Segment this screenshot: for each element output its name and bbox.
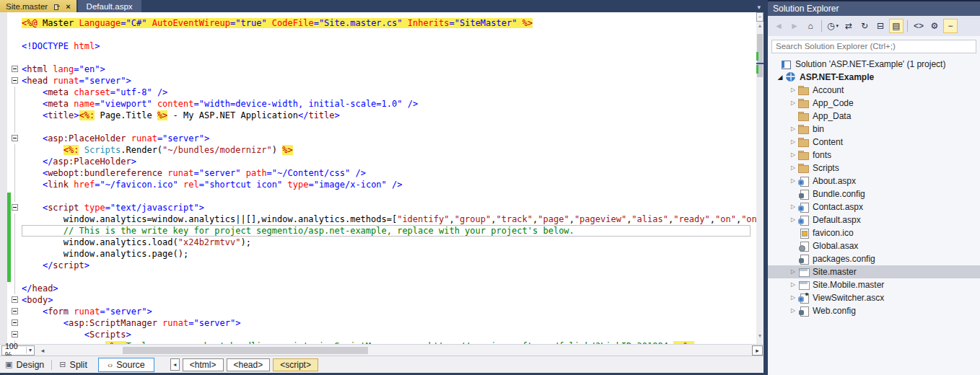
view-code-icon[interactable]: <> bbox=[911, 19, 926, 33]
code-line-21[interactable]: window.analytics.page(); bbox=[22, 248, 751, 260]
horizontal-scrollbar-thumb[interactable] bbox=[123, 347, 368, 354]
code-line-10[interactable] bbox=[22, 121, 751, 133]
tree-item-default.aspx[interactable]: ▷Default.aspx bbox=[768, 213, 980, 226]
tree-item-app-code[interactable]: ▷App_Code bbox=[768, 97, 980, 110]
collapse-arrow-icon[interactable]: ◢ bbox=[775, 74, 785, 81]
code-line-22[interactable]: </script> bbox=[22, 260, 751, 271]
collapse-all-icon[interactable]: ⊟ bbox=[873, 19, 888, 33]
fold-collapse-icon[interactable] bbox=[12, 77, 18, 84]
tag-breadcrumb-html[interactable]: <html> bbox=[183, 358, 224, 371]
code-line-8[interactable]: <meta name="viewport" content="width=dev… bbox=[22, 98, 751, 110]
scroll-left-icon[interactable]: ◂ bbox=[38, 347, 48, 354]
code-lines[interactable]: <%@ Master Language="C#" AutoEventWireup… bbox=[22, 17, 751, 344]
fold-collapse-icon[interactable] bbox=[12, 319, 18, 326]
tree-item-bin[interactable]: ▷bin bbox=[768, 123, 980, 136]
code-line-14[interactable]: <webopt:bundlereference runat="server" p… bbox=[22, 167, 751, 179]
vertical-scrollbar[interactable]: ÷ ▴ ▾ bbox=[756, 12, 764, 344]
tree-item-fonts[interactable]: ▷fonts bbox=[768, 149, 980, 162]
tree-item-account[interactable]: ▷Account bbox=[768, 84, 980, 97]
fold-collapse-icon[interactable] bbox=[12, 66, 18, 72]
code-line-4[interactable] bbox=[22, 52, 751, 63]
code-line-11[interactable]: <asp:PlaceHolder runat="server"> bbox=[22, 133, 751, 144]
code-line-9[interactable]: <title><%: Page.Title %> - My ASP.NET Ap… bbox=[22, 110, 751, 121]
fold-collapse-icon[interactable] bbox=[12, 135, 18, 141]
refresh-icon[interactable]: ↻ bbox=[857, 19, 872, 33]
scroll-up-icon[interactable]: ▴ bbox=[756, 22, 764, 29]
expand-arrow-icon[interactable]: ▷ bbox=[788, 203, 798, 210]
preview-selected-items-icon[interactable]: − bbox=[943, 19, 958, 33]
expand-arrow-icon[interactable]: ▷ bbox=[788, 281, 798, 288]
tree-item-favicon.ico[interactable]: favicon.ico bbox=[768, 226, 980, 239]
sync-with-active-document-icon[interactable]: ⇄ bbox=[841, 19, 856, 33]
zoom-level-dropdown[interactable]: 100 % ▾ bbox=[1, 345, 35, 356]
code-line-20[interactable]: window.analytics.load("x24b2rmtvv"); bbox=[22, 237, 751, 248]
code-line-13[interactable]: </asp:PlaceHolder> bbox=[22, 156, 751, 167]
code-line-12[interactable]: <%: Scripts.Render("~/bundles/modernizr"… bbox=[22, 144, 751, 156]
tree-item-viewswitcher.ascx[interactable]: ▷ViewSwitcher.ascx bbox=[768, 291, 980, 304]
code-line-1[interactable]: <%@ Master Language="C#" AutoEventWireup… bbox=[22, 17, 751, 29]
expand-arrow-icon[interactable]: ▷ bbox=[788, 294, 798, 301]
code-line-2[interactable] bbox=[22, 29, 751, 40]
properties-icon[interactable]: ⚙ bbox=[927, 19, 942, 33]
tag-navigator-back-icon[interactable]: ◂ bbox=[170, 358, 180, 371]
tag-breadcrumb-head[interactable]: <head> bbox=[227, 358, 271, 371]
forward-icon[interactable]: ► bbox=[787, 19, 802, 33]
back-icon[interactable]: ◄ bbox=[771, 19, 786, 33]
scroll-down-icon[interactable]: ▾ bbox=[756, 332, 764, 339]
split-view-button[interactable]: ⊟ Split bbox=[54, 358, 92, 371]
tree-item-solution-asp.net-example-1-project-[interactable]: Solution 'ASP.NET-Example' (1 project) bbox=[768, 58, 980, 71]
tab-list-dropdown-icon[interactable]: ▾ bbox=[757, 4, 761, 11]
code-line-17[interactable]: <script type="text/javascript"> bbox=[22, 202, 751, 213]
expand-arrow-icon[interactable]: ▷ bbox=[788, 307, 798, 314]
tree-item-bundle.config[interactable]: Bundle.config bbox=[768, 188, 980, 200]
tree-item-site.mobile.master[interactable]: ▷Site.Mobile.master bbox=[768, 278, 980, 291]
tree-item-contact.aspx[interactable]: ▷Contact.aspx bbox=[768, 200, 980, 213]
code-line-15[interactable]: <link href="~/favicon.ico" rel="shortcut… bbox=[22, 179, 751, 190]
code-line-27[interactable]: <asp:ScriptManager runat="server"> bbox=[22, 317, 751, 329]
split-editor-handle[interactable]: ÷ bbox=[756, 12, 764, 22]
code-line-19[interactable]: // This is the write key for project seg… bbox=[22, 225, 751, 237]
expand-arrow-icon[interactable]: ▷ bbox=[788, 87, 798, 93]
document-tab-site.master[interactable]: Site.master× bbox=[0, 0, 76, 12]
tree-item-site.master[interactable]: ▷Site.master bbox=[768, 265, 980, 278]
horizontal-scrollbar-track[interactable] bbox=[48, 346, 752, 355]
code-line-25[interactable]: <body> bbox=[22, 294, 751, 306]
tree-item-global.asax[interactable]: Global.asax bbox=[768, 239, 980, 252]
solution-explorer-title[interactable]: Solution Explorer bbox=[768, 0, 980, 16]
expand-arrow-icon[interactable]: ▷ bbox=[788, 151, 798, 158]
expand-arrow-icon[interactable]: ▷ bbox=[788, 138, 798, 145]
expand-arrow-icon[interactable]: ▷ bbox=[788, 216, 798, 223]
code-line-6[interactable]: <head runat="server"> bbox=[22, 75, 751, 87]
tree-item-scripts[interactable]: ▷Scripts bbox=[768, 162, 980, 175]
document-tab-default.aspx[interactable]: Default.aspx bbox=[78, 0, 141, 12]
code-line-5[interactable]: <html lang="en"> bbox=[22, 63, 751, 75]
code-line-23[interactable] bbox=[22, 271, 751, 283]
switch-views-icon[interactable]: ◷▾ bbox=[826, 19, 840, 33]
code-line-28[interactable]: <Scripts> bbox=[22, 329, 751, 340]
close-icon[interactable]: × bbox=[66, 3, 70, 10]
tree-item-web.config[interactable]: ▷Web.config bbox=[768, 304, 980, 317]
code-line-18[interactable]: window.analytics=window.analytics||[],wi… bbox=[22, 213, 751, 225]
tree-item-app-data[interactable]: App_Data bbox=[768, 110, 980, 123]
tree-item-about.aspx[interactable]: ▷About.aspx bbox=[768, 175, 980, 188]
home-icon[interactable]: ⌂ bbox=[803, 19, 818, 33]
code-line-3[interactable]: <!DOCTYPE html> bbox=[22, 40, 751, 52]
fold-collapse-icon[interactable] bbox=[12, 308, 18, 314]
design-view-button[interactable]: ▣ Design bbox=[0, 358, 49, 371]
expand-arrow-icon[interactable]: ▷ bbox=[788, 125, 798, 132]
code-editor[interactable]: <%@ Master Language="C#" AutoEventWireup… bbox=[0, 12, 756, 344]
tree-item-content[interactable]: ▷Content bbox=[768, 136, 980, 149]
code-line-26[interactable]: <form runat="server"> bbox=[22, 306, 751, 317]
search-input[interactable] bbox=[771, 40, 976, 53]
expand-arrow-icon[interactable]: ▷ bbox=[788, 268, 798, 275]
fold-collapse-icon[interactable] bbox=[12, 331, 18, 338]
code-line-16[interactable] bbox=[22, 190, 751, 202]
tree-item-asp.net-example[interactable]: ◢ASP.NET-Example bbox=[768, 71, 980, 84]
code-line-24[interactable]: </head> bbox=[22, 283, 751, 294]
show-all-files-icon[interactable]: ▤ bbox=[889, 19, 904, 33]
fold-collapse-icon[interactable] bbox=[12, 204, 18, 211]
expand-arrow-icon[interactable]: ▷ bbox=[788, 164, 798, 171]
expand-arrow-icon[interactable]: ▷ bbox=[788, 177, 798, 184]
tag-breadcrumb-script[interactable]: <script> bbox=[273, 358, 318, 371]
code-line-7[interactable]: <meta charset="utf-8" /> bbox=[22, 87, 751, 98]
